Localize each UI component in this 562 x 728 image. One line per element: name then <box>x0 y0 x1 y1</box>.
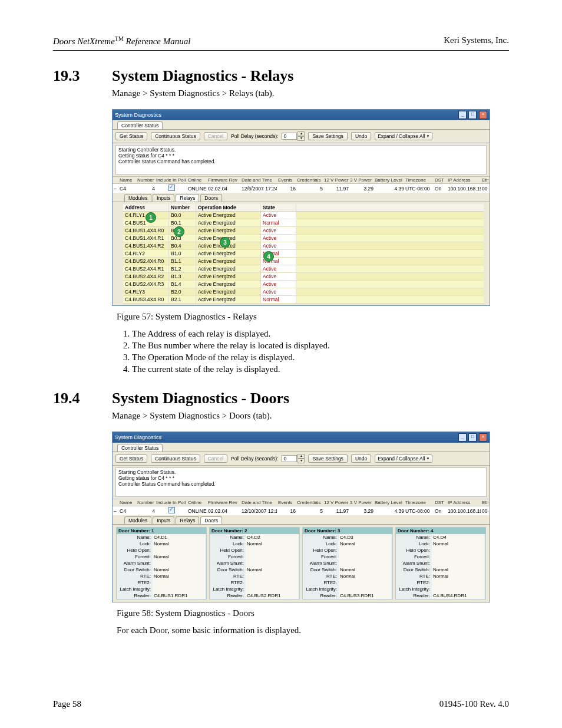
tab-doors[interactable]: Doors <box>200 194 222 202</box>
tab-inputs[interactable]: Inputs <box>153 194 174 202</box>
cell: ONLINE <box>188 186 207 192</box>
door-label: Door Switch: <box>397 566 432 573</box>
relay-row[interactable]: C4.BUS3.4X4.R0B2.1Active EnergizedNormal <box>123 296 484 304</box>
cell: 100.100.168.192 <box>448 508 481 514</box>
door-card: Door Number: 2Name:C4.D2Lock:NormalHeld … <box>209 527 300 599</box>
expand-toggle[interactable]: – <box>114 508 118 514</box>
cell: 3.29 <box>350 508 373 514</box>
relay-row[interactable]: C4.BUS2.4X4.R2B1.3Active EnergizedActive <box>123 273 484 281</box>
relay-state: Normal <box>261 219 296 226</box>
close-icon[interactable]: × <box>479 433 487 442</box>
cancel-button[interactable]: Cancel <box>204 454 227 463</box>
grid-col: Events <box>278 500 296 505</box>
tab-modules[interactable]: Modules <box>124 194 151 202</box>
note-item: The Bus number where the relay is locate… <box>132 341 509 351</box>
controller-row[interactable]: – C4 4 ONLINE 02.02.04 12/6/2007 17:24 1… <box>113 184 490 193</box>
tab-inputs[interactable]: Inputs <box>153 516 174 524</box>
callout-2: 2 <box>174 226 184 237</box>
expand-toggle[interactable]: – <box>114 186 118 192</box>
title-bar: System Diagnostics _ □ × <box>113 110 490 120</box>
door-label: Alarm Shunt: <box>397 560 432 566</box>
minimize-icon[interactable]: _ <box>458 111 467 119</box>
door-forced <box>246 554 298 560</box>
door-lock: Normal <box>246 541 298 547</box>
undo-button[interactable]: Undo <box>351 132 371 140</box>
cell: 11.97 <box>324 508 349 514</box>
relay-operation-mode: Active Energized <box>196 281 261 288</box>
relay-operation-mode: Active Energized <box>196 296 261 303</box>
tab-relays[interactable]: Relays <box>176 194 199 202</box>
relay-row[interactable]: C4.RLY2B1.0Active EnergizedNormal <box>123 250 484 258</box>
continuous-status-button[interactable]: Continuous Status <box>151 454 200 463</box>
cell: On <box>435 508 447 514</box>
callout-4: 4 <box>263 251 274 262</box>
include-in-poll-checkbox[interactable] <box>156 185 187 192</box>
door-label: Held Open: <box>304 547 339 554</box>
relay-row[interactable]: C4.BUS2.4X4.R1B1.2Active EnergizedActive <box>123 265 484 273</box>
tab-doors[interactable]: Doors <box>200 516 222 524</box>
door-alarm-shunt <box>339 560 391 566</box>
maximize-icon[interactable]: □ <box>468 111 477 119</box>
door-label: RTE: <box>211 573 246 579</box>
relay-operation-mode: Active Energized <box>196 258 261 265</box>
save-settings-button[interactable]: Save Settings <box>308 132 347 140</box>
toolbar: Get Status Continuous Status Cancel Poll… <box>113 452 490 466</box>
relay-number: B0.0 <box>169 212 196 219</box>
poll-delay-input[interactable] <box>282 455 297 462</box>
relay-operation-mode: Active Energized <box>196 265 261 272</box>
callout-1: 1 <box>146 212 156 223</box>
cell: 4 <box>137 186 155 192</box>
door-name: C4.D2 <box>246 534 298 541</box>
controller-row[interactable]: – C4 4 ONLINE 02.02.04 12/10/2007 12:13 … <box>113 506 490 515</box>
minimize-icon[interactable]: _ <box>458 433 467 442</box>
grid-col: IP Address <box>448 500 481 505</box>
tab-controller-status[interactable]: Controller Status <box>117 121 163 129</box>
spin-up-icon[interactable]: ▲ <box>297 454 305 459</box>
cell: UTC-08:00 <box>405 508 434 514</box>
status-output: Starting Controller Status. Getting stat… <box>115 145 487 174</box>
spin-up-icon[interactable]: ▲ <box>297 131 305 136</box>
relay-row[interactable]: C4.RLY1B0.0Active EnergizedActive <box>123 212 484 219</box>
note-item: The Operation Mode of the relay is displ… <box>132 353 509 363</box>
door-label: Latch Integrity: <box>211 586 246 592</box>
undo-button[interactable]: Undo <box>351 454 371 463</box>
tab-controller-status[interactable]: Controller Status <box>117 444 163 452</box>
poll-delay-input[interactable] <box>282 133 297 140</box>
door-lock: Normal <box>339 541 391 547</box>
save-settings-button[interactable]: Save Settings <box>308 454 347 463</box>
relay-row[interactable]: C4.BUS1B0.1Active EnergizedNormal <box>123 219 484 227</box>
poll-delay-spinner[interactable]: ▲▼ <box>282 131 305 141</box>
door-card: Door Number: 4Name:C4.D4Lock:NormalHeld … <box>395 527 486 599</box>
chevron-down-icon: ▼ <box>427 134 430 138</box>
relay-row[interactable]: C4.BUS2.4X4.R3B1.4Active EnergizedActive <box>123 281 484 288</box>
status-line: Getting status for C4 * * * <box>118 153 484 159</box>
expand-collapse-button[interactable]: Expand / Collapse All▼ <box>375 454 432 463</box>
door-header: Door Number: 4 <box>396 528 485 534</box>
cell: 4.39 <box>375 186 404 192</box>
poll-delay-spinner[interactable]: ▲▼ <box>282 454 305 463</box>
maximize-icon[interactable]: □ <box>468 433 477 442</box>
grid-col: Events <box>278 177 296 183</box>
relay-state: Active <box>261 227 296 234</box>
spin-down-icon[interactable]: ▼ <box>297 459 305 463</box>
spin-down-icon[interactable]: ▼ <box>297 136 305 141</box>
close-icon[interactable]: × <box>479 111 487 119</box>
relay-address: C4.BUS1.4X4.R2 <box>123 242 169 249</box>
tab-relays[interactable]: Relays <box>176 516 199 524</box>
grid-col <box>114 500 118 505</box>
door-rte: Normal <box>153 573 205 579</box>
doors-cards: Door Number: 1Name:C4.D1Lock:NormalHeld … <box>113 525 490 602</box>
relay-address: C4.BUS1.4X4.R0 <box>123 227 169 234</box>
get-status-button[interactable]: Get Status <box>115 454 147 463</box>
include-in-poll-checkbox[interactable] <box>156 507 187 515</box>
relay-row[interactable]: C4.RLY3B2.0Active EnergizedActive <box>123 288 484 296</box>
expand-collapse-button[interactable]: Expand / Collapse All▼ <box>375 132 432 140</box>
continuous-status-button[interactable]: Continuous Status <box>151 132 200 140</box>
door-label: Reader: <box>211 592 246 599</box>
cancel-button[interactable]: Cancel <box>204 132 227 140</box>
tab-modules[interactable]: Modules <box>124 516 151 524</box>
relay-number: B0.4 <box>169 242 196 249</box>
get-status-button[interactable]: Get Status <box>115 132 147 140</box>
relay-row[interactable]: C4.BUS2.4X4.R0B1.1Active EnergizedNormal <box>123 258 484 265</box>
relay-row[interactable]: C4.BUS1.4X4.R2B0.4Active EnergizedActive <box>123 242 484 250</box>
